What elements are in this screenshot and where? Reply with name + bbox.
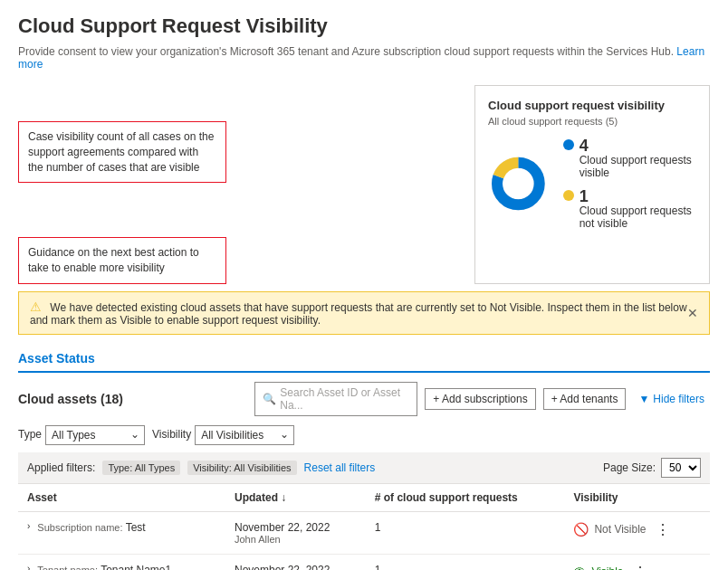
- visibility-cell-1: 👁 Visible ⋮: [564, 554, 710, 570]
- add-tenants-button[interactable]: + Add tenants: [543, 388, 627, 410]
- more-button-0[interactable]: ⋮: [652, 521, 674, 538]
- add-subscriptions-button[interactable]: + Add subscriptions: [425, 388, 535, 410]
- callout-case-visibility: Case visibility count of all cases on th…: [18, 121, 226, 183]
- chart-title: Cloud support request visibility: [488, 99, 696, 112]
- callout-container: Case visibility count of all cases on th…: [18, 85, 710, 284]
- asset-table: Asset Updated ↓ # of cloud support reque…: [18, 484, 710, 570]
- page-subtitle: Provide consent to view your organizatio…: [18, 45, 710, 71]
- col-updated: Updated ↓: [225, 484, 366, 512]
- legend-not-visible: 1 Cloud support requests not visible: [563, 188, 696, 230]
- visible-dot: [563, 139, 574, 150]
- hide-filters-button[interactable]: ▼ Hide filters: [633, 389, 710, 409]
- table-row: › Tenant name: Tenant Name1 November 22,…: [18, 554, 710, 570]
- filter-tag-type: Type: All Types: [102, 461, 180, 475]
- table-header: Asset Updated ↓ # of cloud support reque…: [18, 484, 710, 512]
- chart-inner: 4 Cloud support requests visible 1 Cloud…: [488, 138, 696, 230]
- visible-icon-1: 👁: [573, 565, 586, 570]
- legend-visible: 4 Cloud support requests visible: [563, 138, 696, 179]
- filters-row: Type All Types Visibility All Visibiliti…: [18, 425, 710, 445]
- visibility-filter-label: Visibility: [152, 428, 191, 441]
- visibility-cell-0: 🚫 Not Visible ⋮: [564, 511, 710, 554]
- visibility-select-wrapper: All Visibilities: [195, 425, 294, 445]
- donut-chart: [488, 143, 549, 224]
- warning-close-button[interactable]: ✕: [687, 306, 698, 320]
- requests-cell-0: 1: [366, 511, 565, 554]
- updated-cell-1: November 22, 2022 John Allen: [225, 554, 366, 570]
- updated-cell-0: November 22, 2022 John Allen: [225, 511, 366, 554]
- type-select-wrapper: All Types: [45, 425, 145, 445]
- col-asset: Asset: [18, 484, 225, 512]
- table-row: › Subscription name: Test November 22, 2…: [18, 511, 710, 554]
- not-visible-icon-0: 🚫: [573, 522, 589, 537]
- page-size-row: Page Size: 50: [603, 458, 701, 478]
- col-requests: # of cloud support requests: [366, 484, 565, 512]
- warning-banner: ⚠ We have detected existing cloud assets…: [18, 291, 710, 335]
- asset-cell-0: › Subscription name: Test: [18, 511, 225, 554]
- applied-filters-left: Applied filters: Type: All Types Visibil…: [27, 461, 375, 475]
- page-container: Cloud Support Request Visibility Provide…: [0, 0, 728, 570]
- requests-cell-1: 1: [366, 554, 565, 570]
- table-body: › Subscription name: Test November 22, 2…: [18, 511, 710, 570]
- legend-visible-text: 4 Cloud support requests visible: [580, 138, 696, 179]
- toolbar-row: Cloud assets (18) 🔍 Search Asset ID or A…: [18, 382, 710, 416]
- asset-cell-1: › Tenant name: Tenant Name1: [18, 554, 225, 570]
- page-size-label: Page Size:: [603, 461, 656, 474]
- type-filter-label: Type: [18, 428, 42, 441]
- warning-icon: ⚠: [30, 299, 42, 314]
- chart-subtitle: All cloud support requests (5): [488, 116, 696, 127]
- type-filter-group: Type All Types: [18, 425, 145, 445]
- search-box[interactable]: 🔍 Search Asset ID or Asset Na...: [254, 382, 417, 416]
- col-visibility: Visibility: [564, 484, 710, 512]
- cloud-assets-count: Cloud assets (18): [18, 392, 123, 406]
- search-placeholder: Search Asset ID or Asset Na...: [280, 386, 409, 412]
- tab-asset-status[interactable]: Asset Status: [18, 346, 95, 373]
- not-visible-dot: [563, 190, 574, 201]
- filter-tag-visibility: Visibility: All Visibilities: [187, 461, 296, 475]
- more-button-1[interactable]: ⋮: [629, 564, 651, 570]
- toolbar-right: 🔍 Search Asset ID or Asset Na... + Add s…: [254, 382, 710, 416]
- search-icon: 🔍: [263, 393, 276, 405]
- expand-button-1[interactable]: ›: [27, 564, 34, 570]
- applied-filters-row: Applied filters: Type: All Types Visibil…: [18, 452, 710, 484]
- visibility-filter-group: Visibility All Visibilities: [152, 425, 294, 445]
- expand-button-0[interactable]: ›: [27, 521, 34, 531]
- page-size-select[interactable]: 50: [661, 458, 701, 478]
- page-title: Cloud Support Request Visibility: [18, 14, 710, 38]
- legend-not-visible-text: 1 Cloud support requests not visible: [580, 188, 696, 230]
- applied-label: Applied filters:: [27, 461, 95, 474]
- callout-left-area: Case visibility count of all cases on th…: [18, 85, 226, 284]
- header-row: Asset Updated ↓ # of cloud support reque…: [18, 484, 710, 512]
- callout-right-area: Cloud support request visibility All clo…: [226, 85, 710, 284]
- chart-legend: 4 Cloud support requests visible 1 Cloud…: [563, 138, 696, 230]
- type-dropdown[interactable]: All Types: [45, 425, 145, 445]
- section-tabs: Asset Status: [18, 346, 710, 373]
- warning-content: ⚠ We have detected existing cloud assets…: [30, 299, 687, 327]
- reset-filters-link[interactable]: Reset all filters: [304, 461, 376, 474]
- visibility-dropdown[interactable]: All Visibilities: [195, 425, 294, 445]
- chart-card: Cloud support request visibility All clo…: [474, 85, 710, 284]
- filter-icon: ▼: [638, 393, 649, 405]
- callout-guidance: Guidance on the next best action to take…: [18, 237, 226, 284]
